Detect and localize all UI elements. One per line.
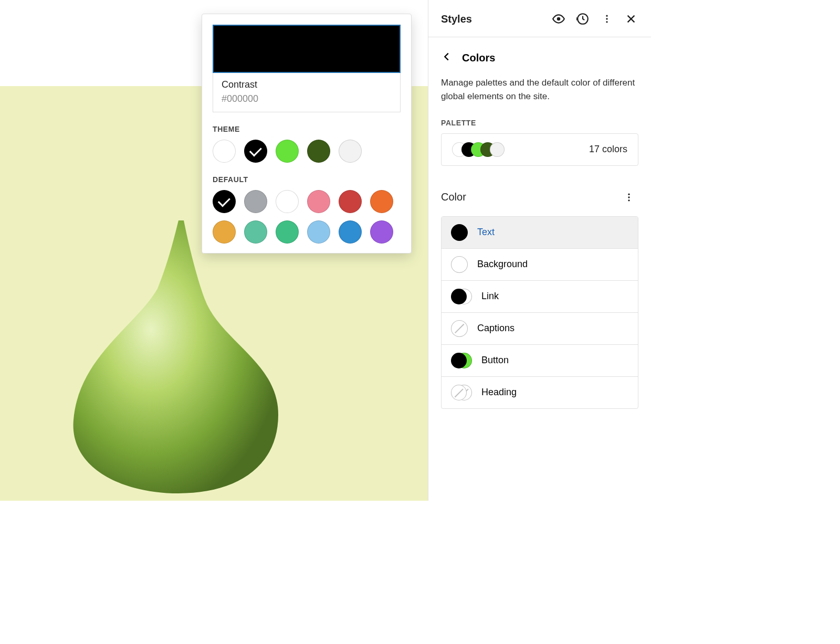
- color-swatch[interactable]: [370, 190, 393, 213]
- selected-color-hex: #000000: [222, 93, 392, 104]
- swatch-indicator: [451, 384, 472, 401]
- palette-count: 17 colors: [589, 144, 627, 155]
- color-swatch[interactable]: [213, 190, 236, 213]
- default-swatch-row: [213, 190, 401, 244]
- color-swatch[interactable]: [339, 190, 362, 213]
- color-elements-list: TextBackgroundLinkCaptionsButtonHeading: [441, 216, 638, 409]
- svg-point-3: [606, 18, 607, 19]
- svg-point-4: [606, 21, 607, 23]
- color-section-title: Color: [441, 191, 620, 203]
- svg-point-6: [628, 196, 629, 198]
- color-swatch[interactable]: [339, 220, 362, 244]
- svg-point-0: [557, 17, 561, 21]
- svg-point-7: [628, 199, 629, 201]
- palette-label: PALETTE: [428, 119, 651, 133]
- swatch-indicator: [451, 224, 468, 241]
- color-section-header: Color: [428, 166, 651, 216]
- color-section-menu-icon[interactable]: [620, 188, 638, 207]
- selected-color-meta: Contrast #000000: [213, 73, 401, 112]
- color-swatch[interactable]: [244, 190, 267, 213]
- color-swatch[interactable]: [244, 140, 267, 163]
- default-swatch-label: DEFAULT: [213, 175, 401, 184]
- pear-illustration: [47, 220, 299, 493]
- color-swatch[interactable]: [213, 220, 236, 244]
- revisions-icon[interactable]: [573, 9, 592, 28]
- color-swatch[interactable]: [276, 190, 299, 213]
- svg-point-2: [606, 15, 607, 17]
- color-swatch[interactable]: [276, 220, 299, 244]
- sidebar-header: Styles: [428, 0, 651, 37]
- theme-swatch-label: THEME: [213, 125, 401, 133]
- color-swatch[interactable]: [276, 140, 299, 163]
- color-swatch[interactable]: [307, 140, 330, 163]
- color-element-heading[interactable]: Heading: [442, 377, 638, 408]
- selected-color-preview[interactable]: [213, 25, 401, 73]
- color-element-label: Heading: [481, 387, 517, 398]
- color-swatch[interactable]: [213, 140, 236, 163]
- color-element-captions[interactable]: Captions: [442, 313, 638, 345]
- selected-color-name: Contrast: [222, 79, 392, 90]
- swatch-indicator: [451, 352, 472, 369]
- style-book-icon[interactable]: [549, 9, 568, 28]
- color-swatch[interactable]: [307, 190, 330, 213]
- palette-swatches: [452, 142, 505, 157]
- color-picker-popover: Contrast #000000 THEME DEFAULT: [202, 14, 412, 254]
- subpanel-header: Colors: [428, 37, 651, 71]
- color-element-label: Captions: [477, 323, 514, 334]
- swatch-indicator: [451, 288, 472, 305]
- palette-swatch: [490, 142, 505, 157]
- swatch-indicator: [451, 256, 468, 273]
- color-element-button[interactable]: Button: [442, 345, 638, 377]
- color-element-label: Text: [477, 227, 495, 238]
- color-swatch[interactable]: [339, 140, 362, 163]
- sidebar-title: Styles: [441, 13, 544, 25]
- subpanel-title: Colors: [462, 52, 495, 64]
- color-element-label: Background: [477, 259, 528, 270]
- svg-point-5: [628, 193, 629, 195]
- color-element-label: Button: [481, 355, 509, 366]
- color-swatch[interactable]: [370, 220, 393, 244]
- color-element-background[interactable]: Background: [442, 249, 638, 281]
- palette-card[interactable]: 17 colors: [441, 133, 638, 166]
- subpanel-description: Manage palettes and the default color of…: [428, 71, 651, 119]
- more-menu-icon[interactable]: [597, 9, 616, 28]
- color-swatch[interactable]: [244, 220, 267, 244]
- back-icon[interactable]: [439, 49, 455, 67]
- swatch-indicator: [451, 320, 468, 337]
- color-element-text[interactable]: Text: [442, 217, 638, 249]
- theme-swatch-row: [213, 140, 401, 163]
- color-element-link[interactable]: Link: [442, 281, 638, 313]
- close-icon[interactable]: [622, 9, 640, 28]
- styles-sidebar: Styles Colors Manage palettes and the de…: [428, 0, 651, 501]
- color-swatch[interactable]: [307, 220, 330, 244]
- color-element-label: Link: [481, 291, 499, 302]
